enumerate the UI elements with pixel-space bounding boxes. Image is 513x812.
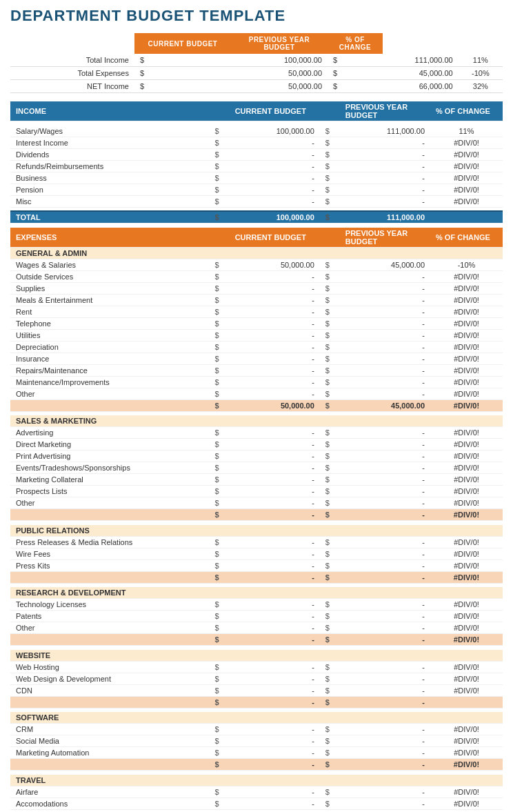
subtotal-row: $ - $ - (10, 696, 503, 708)
summary-pct-value: 11% (459, 54, 503, 67)
row-dollar2: $ (320, 317, 340, 329)
row-pct: #DIV/0! (430, 137, 503, 148)
summary-prev-value: 45,000.00 (383, 67, 459, 80)
row-dollar2: $ (320, 427, 340, 439)
row-dollar1: $ (210, 160, 230, 172)
row-dollar1: $ (210, 462, 230, 474)
row-pct: #DIV/0! (430, 270, 503, 282)
row-pct: #DIV/0! (430, 184, 503, 195)
budget-row: Other $ - $ - #DIV/0! (10, 388, 503, 399)
row-dollar1: $ (210, 599, 230, 611)
row-prev: - (340, 684, 430, 696)
row-curr: - (230, 282, 320, 294)
income-section-header: INCOME CURRENT BUDGET PREVIOUS YEAR BUDG… (10, 101, 503, 121)
budget-row: Repairs/Maintenance $ - $ - #DIV/0! (10, 364, 503, 376)
budget-row: Business $ - $ - #DIV/0! (10, 172, 503, 184)
row-curr: - (230, 486, 320, 497)
expenses-prev-header: PREVIOUS YEAR BUDGET (340, 228, 430, 248)
row-pct: #DIV/0! (430, 353, 503, 364)
subtotal-prev: - (340, 634, 430, 646)
row-dollar2: $ (320, 798, 340, 809)
row-dollar1: $ (210, 536, 230, 548)
row-prev: - (340, 160, 430, 172)
expenses-header-row: EXPENSES CURRENT BUDGET PREVIOUS YEAR BU… (10, 228, 503, 248)
summary-prev-value: 111,000.00 (383, 54, 459, 67)
row-curr: - (230, 536, 320, 548)
row-dollar2: $ (320, 684, 340, 696)
budget-row: Airfare $ - $ - #DIV/0! (10, 786, 503, 798)
summary-prev-dollar: $ (328, 67, 383, 80)
subtotal-dollar1: $ (210, 509, 230, 521)
row-prev: - (340, 364, 430, 376)
subtotal-dollar2: $ (320, 759, 340, 771)
row-pct: #DIV/0! (430, 317, 503, 329)
budget-row: Misc $ - $ - #DIV/0! (10, 195, 503, 207)
row-dollar1: $ (210, 137, 230, 148)
summary-label: Total Expenses (10, 67, 134, 80)
row-curr: - (230, 364, 320, 376)
subtotal-pct: #DIV/0! (430, 571, 503, 583)
row-label: Refunds/Reimbursements (10, 160, 210, 172)
row-pct: #DIV/0! (430, 341, 503, 353)
expenses-hdr-dollar1 (210, 228, 230, 248)
row-curr: - (230, 294, 320, 306)
row-label: CRM (10, 724, 210, 735)
row-prev: - (340, 195, 430, 207)
income-col-dollar2 (320, 101, 340, 121)
row-label: Salary/Wages (10, 126, 210, 137)
expenses-hdr-dollar2 (320, 228, 340, 248)
expenses-curr-header: CURRENT BUDGET (230, 228, 320, 248)
row-pct: #DIV/0! (430, 427, 503, 439)
subtotal-prev: - (340, 509, 430, 521)
row-prev: - (340, 798, 430, 809)
row-prev: - (340, 786, 430, 798)
budget-row: Advertising $ - $ - #DIV/0! (10, 427, 503, 439)
row-label: Web Hosting (10, 661, 210, 673)
budget-row: Food $ - $ - #DIV/0! (10, 809, 503, 812)
row-dollar2: $ (320, 148, 340, 160)
expenses-pct-header: % OF CHANGE (430, 228, 503, 248)
subtotal-dollar1: $ (210, 399, 230, 411)
subtotal-pct: #DIV/0! (430, 509, 503, 521)
row-dollar1: $ (210, 376, 230, 388)
row-prev: - (340, 329, 430, 341)
row-dollar2: $ (320, 329, 340, 341)
row-dollar1: $ (210, 317, 230, 329)
subtotal-dollar1: $ (210, 571, 230, 583)
row-dollar1: $ (210, 798, 230, 809)
row-label: Other (10, 497, 210, 509)
row-dollar1: $ (210, 786, 230, 798)
row-dollar1: $ (210, 673, 230, 684)
subtotal-row: $ - $ - #DIV/0! (10, 759, 503, 771)
row-dollar1: $ (210, 282, 230, 294)
row-dollar2: $ (320, 486, 340, 497)
row-curr: - (230, 376, 320, 388)
summary-curr-value: 50,000.00 (231, 67, 328, 80)
row-prev: - (340, 184, 430, 195)
row-dollar2: $ (320, 439, 340, 450)
subtotal-row: $ - $ - #DIV/0! (10, 509, 503, 521)
summary-prev-dollar: $ (328, 54, 383, 67)
row-dollar2: $ (320, 724, 340, 735)
row-curr: - (230, 724, 320, 735)
row-prev: - (340, 474, 430, 486)
row-dollar2: $ (320, 536, 340, 548)
row-pct: #DIV/0! (430, 160, 503, 172)
subsection-title-row: GENERAL & ADMIN (10, 247, 503, 259)
row-pct: #DIV/0! (430, 450, 503, 462)
row-curr: - (230, 548, 320, 560)
row-dollar1: $ (210, 724, 230, 735)
row-label: Direct Marketing (10, 439, 210, 450)
subtotal-pct (430, 696, 503, 708)
income-curr-header: CURRENT BUDGET (230, 101, 320, 121)
row-prev: - (340, 486, 430, 497)
summary-pct-value: -10% (459, 67, 503, 80)
subtotal-curr: - (230, 634, 320, 646)
row-pct: #DIV/0! (430, 724, 503, 735)
row-pct: #DIV/0! (430, 560, 503, 571)
row-pct: #DIV/0! (430, 661, 503, 673)
budget-row: Press Releases & Media Relations $ - $ -… (10, 536, 503, 548)
subsection-title-row: SALES & MARKETING (10, 415, 503, 427)
row-pct: #DIV/0! (430, 611, 503, 622)
budget-row: Supplies $ - $ - #DIV/0! (10, 282, 503, 294)
